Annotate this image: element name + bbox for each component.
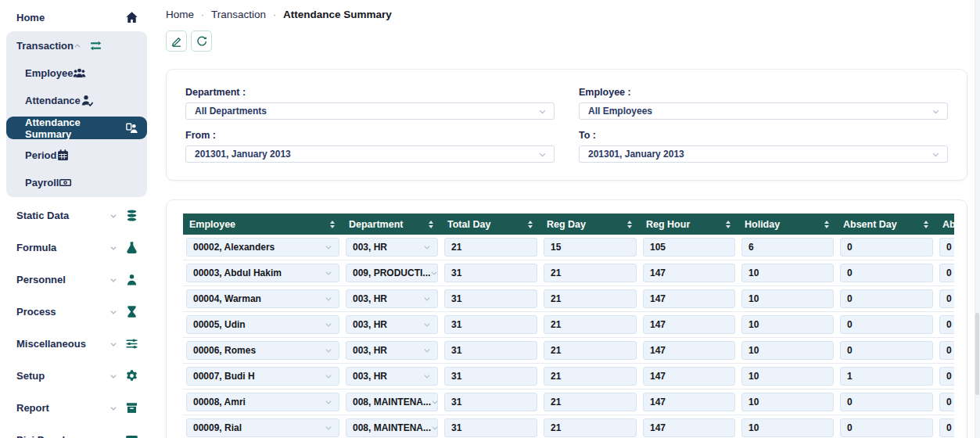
absent-day-cell-input[interactable]: 0 (840, 264, 933, 282)
sidebar-groups: Static Data Formula Personnel Process Mi… (0, 202, 153, 438)
sidebar-item-payroll[interactable]: Payroll (6, 169, 147, 196)
reg-day-cell-input[interactable]: 15 (544, 238, 637, 257)
reg-day-cell-input[interactable]: 21 (544, 264, 637, 282)
absent-day-cell-input[interactable]: 0 (840, 315, 933, 334)
holiday-cell-input[interactable]: 10 (741, 315, 834, 334)
abs-cell-input[interactable]: 0 (939, 289, 954, 308)
total-day-cell-input[interactable]: 31 (444, 264, 537, 282)
department-cell-select[interactable]: 003, HR (346, 289, 438, 308)
from-filter-select[interactable]: 201301, January 2013 (185, 145, 555, 163)
abs-cell-input[interactable]: 0 (939, 341, 954, 360)
holiday-cell-input[interactable]: 6 (741, 238, 834, 257)
reg-day-cell-input[interactable]: 21 (544, 289, 637, 308)
department-cell-select[interactable]: 008, MAINTENA... (346, 393, 438, 411)
absent-day-cell-input[interactable]: 0 (840, 418, 933, 437)
breadcrumb-transaction-link[interactable]: Transaction (211, 9, 266, 20)
abs-cell-input[interactable]: 0 (939, 315, 954, 334)
holiday-cell-input[interactable]: 10 (741, 367, 834, 386)
total-day-value: 31 (451, 267, 461, 278)
reg-hour-cell-input[interactable]: 105 (643, 238, 735, 257)
sidebar-group-process[interactable]: Process (6, 298, 147, 325)
department-cell-select[interactable]: 003, HR (346, 367, 438, 386)
total-day-cell-input[interactable]: 31 (444, 418, 537, 437)
abs-cell-input[interactable]: 0 (939, 418, 954, 437)
sidebar-group-report[interactable]: Report (6, 394, 147, 422)
column-header-reg-day[interactable]: Reg Day (540, 214, 640, 235)
total-day-cell-input[interactable]: 31 (444, 341, 537, 360)
sidebar-group-setup[interactable]: Setup (6, 362, 147, 390)
holiday-cell-input[interactable]: 10 (741, 264, 834, 282)
reg-hour-cell-input[interactable]: 147 (643, 341, 735, 360)
reg-day-cell-input[interactable]: 21 (544, 367, 637, 386)
edit-button[interactable] (166, 31, 187, 52)
employee-cell-select[interactable]: 00007, Budi H (186, 367, 339, 386)
sidebar-group-transaction[interactable]: Transaction (6, 32, 147, 59)
to-filter-select[interactable]: 201301, January 2013 (579, 145, 948, 163)
absent-day-cell-input[interactable]: 0 (840, 289, 933, 308)
total-day-cell-input[interactable]: 21 (444, 238, 537, 257)
reg-hour-cell-input[interactable]: 147 (643, 289, 735, 308)
calendar-icon (56, 149, 70, 162)
total-day-cell-input[interactable]: 31 (444, 393, 537, 411)
sidebar-group-personnel[interactable]: Personnel (6, 266, 147, 293)
holiday-cell-input[interactable]: 10 (741, 341, 834, 360)
absent-day-cell-input[interactable]: 0 (840, 238, 933, 257)
absent-day-cell-input[interactable]: 1 (840, 367, 933, 386)
reg-hour-cell-input[interactable]: 147 (643, 418, 735, 437)
holiday-cell-input[interactable]: 10 (741, 393, 834, 411)
department-cell-select[interactable]: 009, PRODUCTI... (346, 264, 438, 282)
abs-cell-input[interactable]: 0 (939, 393, 954, 411)
sidebar-item-home[interactable]: Home (6, 5, 147, 30)
employee-cell-select[interactable]: 00009, Rial (186, 418, 339, 437)
reg-hour-cell-input[interactable]: 147 (643, 367, 735, 386)
sidebar-item-employee[interactable]: Employee (6, 59, 147, 87)
column-header-employee[interactable]: Employee (183, 214, 343, 235)
department-cell-select[interactable]: 003, HR (346, 341, 438, 360)
employee-cell-select[interactable]: 00005, Udin (186, 315, 339, 334)
absent-day-cell-input[interactable]: 0 (840, 341, 933, 360)
department-cell-select[interactable]: 008, MAINTENA... (346, 418, 438, 437)
employee-cell-select[interactable]: 00002, Alexanders (186, 238, 339, 257)
column-header-abs[interactable]: Abs (936, 214, 954, 235)
reg-day-cell-input[interactable]: 21 (544, 393, 637, 411)
absent-day-cell-input[interactable]: 0 (840, 393, 933, 411)
department-cell-select[interactable]: 003, HR (346, 315, 438, 334)
employee-filter-select[interactable]: All Employees (579, 102, 948, 120)
reg-day-cell-input[interactable]: 21 (544, 341, 637, 360)
sidebar-item-attendance-summary[interactable]: Attendance Summary (6, 117, 147, 139)
reg-hour-cell-input[interactable]: 147 (643, 393, 735, 411)
employee-cell-select[interactable]: 00008, Amri (186, 393, 339, 411)
department-filter-select[interactable]: All Departments (185, 102, 555, 120)
sidebar-group-pisi-people[interactable]: Pisi People (6, 426, 147, 438)
reg-hour-cell-input[interactable]: 147 (643, 315, 735, 334)
column-header-total-day[interactable]: Total Day (441, 214, 540, 235)
abs-cell-input[interactable]: 0 (939, 367, 954, 386)
breadcrumb-home-link[interactable]: Home (166, 9, 194, 20)
page-scrollbar-thumb[interactable] (975, 313, 979, 395)
sidebar-item-period[interactable]: Period (6, 142, 147, 169)
column-header-department[interactable]: Department (343, 214, 441, 235)
reg-day-cell-input[interactable]: 21 (544, 418, 637, 437)
page-scrollbar-track[interactable] (975, 0, 980, 438)
column-header-reg-hour[interactable]: Reg Hour (640, 214, 738, 235)
holiday-cell-input[interactable]: 10 (741, 289, 834, 308)
sidebar-group-miscellaneous[interactable]: Miscellaneous (6, 330, 147, 357)
employee-cell-select[interactable]: 00003, Abdul Hakim (186, 264, 339, 282)
column-header-holiday[interactable]: Holiday (738, 214, 837, 235)
sidebar-item-attendance[interactable]: Attendance (6, 87, 147, 114)
abs-cell-input[interactable]: 0 (939, 264, 954, 282)
holiday-cell-input[interactable]: 10 (741, 418, 834, 437)
employee-cell-select[interactable]: 00006, Romes (186, 341, 339, 360)
total-day-cell-input[interactable]: 31 (444, 367, 537, 386)
total-day-cell-input[interactable]: 31 (444, 289, 537, 308)
sidebar-group-static-data[interactable]: Static Data (6, 202, 147, 229)
reg-day-cell-input[interactable]: 21 (544, 315, 637, 334)
reg-hour-cell-input[interactable]: 147 (643, 264, 735, 282)
department-cell-select[interactable]: 003, HR (346, 238, 438, 257)
total-day-cell-input[interactable]: 31 (444, 315, 537, 334)
abs-cell-input[interactable]: 0 (939, 238, 954, 257)
refresh-button[interactable] (191, 31, 212, 52)
column-header-absent-day[interactable]: Absent Day (837, 214, 936, 235)
employee-cell-select[interactable]: 00004, Warman (186, 289, 339, 308)
sidebar-group-formula[interactable]: Formula (6, 234, 147, 261)
